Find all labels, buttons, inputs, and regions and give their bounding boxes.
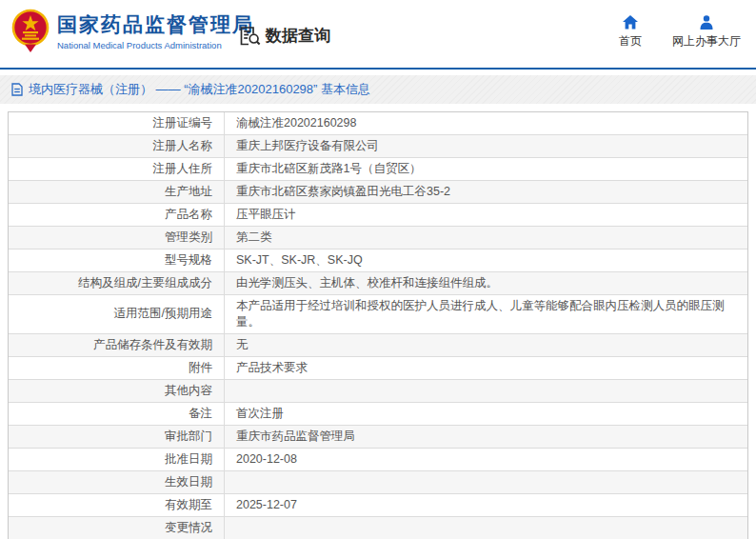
row-value: [225, 471, 747, 493]
row-label: 型号规格: [9, 250, 225, 271]
row-label: 审批部门: [9, 426, 225, 448]
row-label: 注册人住所: [9, 158, 225, 180]
org-name-cn: 国家药品监督管理局: [57, 12, 254, 37]
breadcrumb-text: 境内医疗器械（注册） —— “渝械注准20202160298” 基本信息: [29, 81, 370, 98]
row-label: 生产地址: [9, 181, 225, 203]
data-query-label: 数据查询: [266, 25, 330, 47]
row-label: 批准日期: [9, 449, 225, 470]
row-value: 无: [225, 334, 747, 356]
data-query-tab[interactable]: 数据查询: [239, 25, 330, 47]
row-label: 有效期至: [9, 494, 225, 516]
row-label: 生效日期: [9, 471, 225, 493]
row-label: 适用范围/预期用途: [9, 295, 225, 333]
row-value: 重庆市北碚区蔡家岗镇盈田光电工谷35-2: [225, 181, 747, 203]
table-row: 产品名称 压平眼压计: [9, 203, 747, 226]
table-row: 审批部门 重庆市药品监督管理局: [9, 425, 747, 448]
row-value: 本产品适用于经过培训和授权的医护人员进行成人、儿童等能够配合眼内压检测人员的眼压…: [225, 295, 747, 333]
breadcrumb: 境内医疗器械（注册） —— “渝械注准20202160298” 基本信息: [0, 75, 756, 104]
row-value: 2025-12-07: [225, 494, 747, 516]
table-row: 其他内容: [9, 379, 747, 402]
row-label: 管理类别: [9, 227, 225, 249]
row-label: 变更情况: [9, 517, 225, 539]
table-row: 变更情况: [9, 516, 747, 539]
row-value: 重庆市北碚区新茂路1号（自贸区）: [225, 158, 747, 180]
person-icon: [699, 15, 714, 30]
table-row: 生效日期: [9, 470, 747, 493]
row-label: 附件: [9, 357, 225, 379]
row-value: 第二类: [225, 227, 747, 249]
row-value: 压平眼压计: [225, 204, 747, 226]
nav-item-label: 网上办事大厅: [672, 33, 741, 50]
nav-item-home[interactable]: 首页: [619, 15, 642, 50]
table-row: 注册人住所 重庆市北碚区新茂路1号（自贸区）: [9, 157, 747, 180]
row-label: 注册证编号: [9, 112, 225, 134]
row-label: 产品储存条件及有效期: [9, 334, 225, 356]
row-value: 由光学测压头、主机体、校准杆和连接组件组成。: [225, 272, 747, 294]
header-nav: 首页 网上办事大厅: [619, 15, 741, 50]
home-icon: [623, 15, 638, 30]
table-row: 有效期至 2025-12-07: [9, 493, 747, 516]
nav-item-service-hall[interactable]: 网上办事大厅: [672, 15, 741, 50]
table-row: 附件 产品技术要求: [9, 356, 747, 379]
nav-item-label: 首页: [619, 33, 642, 50]
row-label: 结构及组成/主要组成成分: [9, 272, 225, 294]
row-label: 产品名称: [9, 204, 225, 226]
org-name-en: National Medical Products Administration: [57, 40, 254, 50]
national-emblem-icon: [11, 9, 50, 53]
table-row: 管理类别 第二类: [9, 226, 747, 249]
row-label: 备注: [9, 403, 225, 425]
row-value: SK-JT、SK-JR、SK-JQ: [225, 250, 747, 271]
row-value: [225, 517, 747, 539]
table-row: 注册人名称 重庆上邦医疗设备有限公司: [9, 134, 747, 157]
row-value: 渝械注准20202160298: [225, 112, 747, 134]
row-value: 重庆上邦医疗设备有限公司: [225, 135, 747, 157]
row-label: 注册人名称: [9, 135, 225, 157]
row-label: 其他内容: [9, 380, 225, 402]
site-logo[interactable]: 国家药品监督管理局 National Medical Products Admi…: [11, 9, 254, 53]
row-value: 重庆市药品监督管理局: [225, 426, 747, 448]
document-icon: [11, 83, 23, 96]
table-row: 适用范围/预期用途 本产品适用于经过培训和授权的医护人员进行成人、儿童等能够配合…: [9, 294, 747, 333]
table-row: 批准日期 2020-12-08: [9, 448, 747, 470]
data-query-icon: [239, 25, 261, 47]
table-row: 备注 首次注册: [9, 402, 747, 425]
site-header: 国家药品监督管理局 National Medical Products Admi…: [0, 0, 756, 70]
brand-text: 国家药品监督管理局 National Medical Products Admi…: [57, 12, 254, 50]
table-row: 型号规格 SK-JT、SK-JR、SK-JQ: [9, 249, 747, 271]
row-value: 产品技术要求: [225, 357, 747, 379]
table-row: 产品储存条件及有效期 无: [9, 333, 747, 356]
table-row: 注册证编号 渝械注准20202160298: [9, 112, 747, 134]
registration-info-table: 注册证编号 渝械注准20202160298 注册人名称 重庆上邦医疗设备有限公司…: [8, 111, 748, 539]
row-value: [225, 380, 747, 402]
row-value: 首次注册: [225, 403, 747, 425]
table-row: 结构及组成/主要组成成分 由光学测压头、主机体、校准杆和连接组件组成。: [9, 271, 747, 294]
table-row: 生产地址 重庆市北碚区蔡家岗镇盈田光电工谷35-2: [9, 180, 747, 203]
row-value: 2020-12-08: [225, 449, 747, 470]
